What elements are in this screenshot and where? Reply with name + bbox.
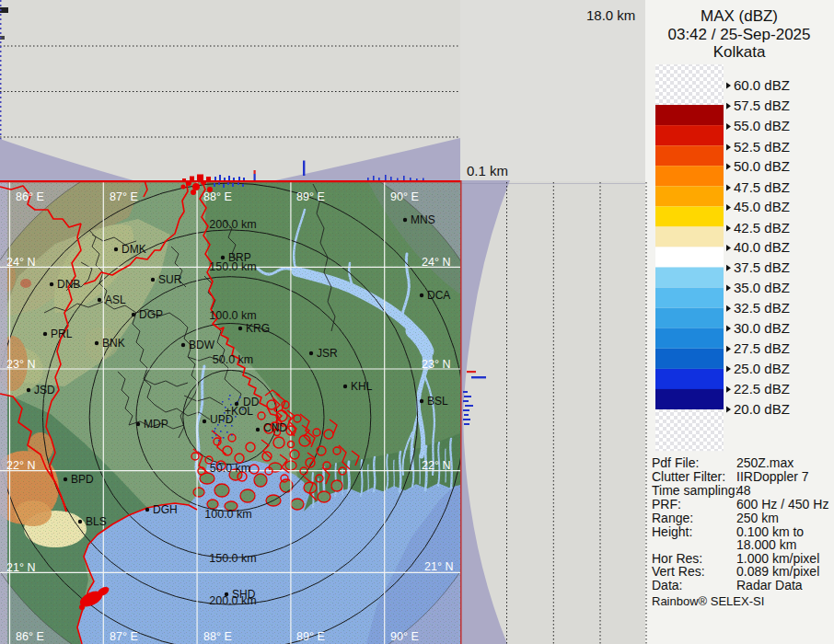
svg-text:24° N: 24° N (422, 256, 450, 269)
svg-text:21° N: 21° N (6, 561, 35, 574)
svg-text:23° N: 23° N (422, 358, 450, 371)
svg-text:21° N: 21° N (424, 560, 453, 573)
svg-text:Data:: Data: (652, 578, 682, 592)
svg-text:89° E: 89° E (296, 190, 325, 203)
svg-text:DGP: DGP (139, 308, 163, 321)
svg-text:100.0 km: 100.0 km (209, 309, 256, 322)
svg-text:35.0 dBZ: 35.0 dBZ (734, 280, 790, 295)
svg-text:50.0 dBZ: 50.0 dBZ (734, 158, 790, 174)
svg-text:Time sampling:: Time sampling: (652, 483, 738, 498)
svg-text:86° E: 86° E (16, 190, 44, 203)
svg-text:47.5 dBZ: 47.5 dBZ (734, 179, 790, 195)
svg-text:UPD: UPD (210, 413, 234, 426)
svg-text:03:42 / 25-Sep-2025: 03:42 / 25-Sep-2025 (667, 26, 810, 43)
svg-text:0.1 km: 0.1 km (467, 163, 508, 178)
svg-text:Radar Data: Radar Data (736, 578, 803, 592)
svg-text:30.0 dBZ: 30.0 dBZ (734, 320, 790, 336)
svg-text:0.089 km/pixel: 0.089 km/pixel (736, 564, 819, 579)
svg-text:BSL: BSL (427, 395, 448, 408)
svg-text:50.0 km: 50.0 km (210, 462, 250, 475)
svg-text:23° N: 23° N (6, 358, 35, 371)
svg-text:45.0 dBZ: 45.0 dBZ (734, 199, 790, 214)
svg-text:JSD: JSD (34, 384, 55, 397)
svg-text:KRG: KRG (246, 322, 270, 335)
svg-text:87° E: 87° E (110, 630, 138, 643)
svg-text:86° E: 86° E (16, 630, 44, 643)
svg-text:Rainbow® SELEX-SI: Rainbow® SELEX-SI (652, 594, 764, 608)
svg-text:Height:: Height: (652, 524, 692, 539)
svg-text:27.5 dBZ: 27.5 dBZ (734, 340, 790, 356)
svg-text:60.0 dBZ: 60.0 dBZ (734, 77, 790, 93)
svg-text:100.0 km: 100.0 km (204, 508, 251, 521)
svg-text:BPD: BPD (71, 473, 94, 486)
svg-text:MDP: MDP (144, 418, 168, 431)
svg-text:52.5 dBZ: 52.5 dBZ (734, 139, 790, 155)
svg-text:SUR: SUR (158, 273, 182, 286)
svg-text:ASL: ASL (105, 293, 126, 306)
svg-text:DCA: DCA (427, 289, 450, 302)
svg-text:Kolkata: Kolkata (713, 43, 766, 61)
svg-text:42.5 dBZ: 42.5 dBZ (734, 220, 790, 236)
svg-text:600 Hz / 450 Hz: 600 Hz / 450 Hz (736, 497, 828, 512)
svg-text:32.5 dBZ: 32.5 dBZ (734, 300, 790, 316)
svg-text:BLS: BLS (86, 515, 107, 528)
svg-text:40.0 dBZ: 40.0 dBZ (734, 239, 790, 255)
svg-text:50.0 km: 50.0 km (213, 353, 253, 366)
svg-text:55.0 dBZ: 55.0 dBZ (734, 118, 790, 133)
svg-text:BDW: BDW (189, 339, 215, 351)
svg-text:22.5 dBZ: 22.5 dBZ (734, 381, 790, 397)
svg-text:KHL: KHL (351, 380, 373, 393)
svg-text:MNS: MNS (411, 213, 435, 226)
svg-text:87° E: 87° E (110, 190, 138, 203)
svg-text:SHD: SHD (232, 588, 256, 601)
svg-text:Pdf File:: Pdf File: (652, 455, 699, 470)
svg-text:37.5 dBZ: 37.5 dBZ (734, 259, 790, 275)
svg-text:25.0 dBZ: 25.0 dBZ (734, 361, 790, 376)
svg-text:PRL: PRL (51, 328, 73, 340)
svg-text:22° N: 22° N (6, 459, 35, 472)
svg-text:22° N: 22° N (422, 459, 450, 472)
svg-text:DNB: DNB (57, 278, 80, 291)
svg-text:250Z.max: 250Z.max (736, 455, 793, 470)
svg-text:MAX (dBZ): MAX (dBZ) (701, 7, 778, 25)
svg-text:JSR: JSR (317, 347, 338, 360)
svg-text:BNK: BNK (102, 337, 125, 350)
svg-text:48: 48 (736, 483, 751, 498)
svg-text:200.0 km: 200.0 km (209, 218, 256, 231)
svg-text:Vert Res:: Vert Res: (652, 564, 705, 579)
svg-text:DGH: DGH (153, 503, 178, 516)
svg-text:150.0 km: 150.0 km (209, 552, 256, 565)
svg-text:24° N: 24° N (6, 256, 35, 269)
svg-text:BRP: BRP (228, 251, 251, 264)
svg-text:18.0 km: 18.0 km (586, 7, 635, 23)
svg-text:88° E: 88° E (203, 630, 232, 643)
svg-text:57.5 dBZ: 57.5 dBZ (734, 98, 790, 113)
svg-text:CND: CND (263, 421, 287, 434)
svg-text:90° E: 90° E (390, 630, 419, 643)
svg-text:89° E: 89° E (296, 630, 325, 643)
svg-text:DMK: DMK (122, 243, 146, 256)
svg-text:20.0 dBZ: 20.0 dBZ (734, 401, 790, 417)
svg-text:88° E: 88° E (203, 190, 232, 203)
svg-text:PRF:: PRF: (652, 497, 681, 512)
svg-text:90° E: 90° E (390, 190, 419, 203)
